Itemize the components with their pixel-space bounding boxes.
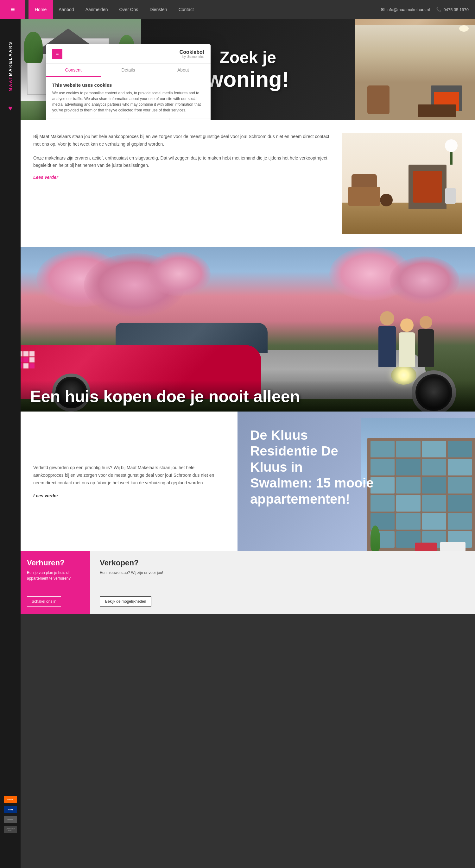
bottom-cards: Verhuren? Ben je van plan je huis of app… [21,551,475,614]
info-right [342,133,462,234]
cookie-toggle-necessary: Necessary [46,118,87,120]
funda-text: funda [7,798,13,801]
info-text1: Bij Maat Makelaars staan jou het hele aa… [33,133,329,148]
cookie-header: ≡ Cookiebot by Usercentrics [46,44,211,64]
kluus-link[interactable]: Lees verder [33,493,225,498]
nav-link-diensten[interactable]: Diensten [144,0,173,19]
sidebar-heart: ♥ [8,104,12,113]
team-headline: Een huis kopen doe je nooit alleen [21,380,475,411]
sidebar: MAATMAKELAARS ♥ funda NVM ▬▬▬ VASTGOEDCE… [0,19,21,868]
hero-text-line1: Zoek je [206,48,289,67]
nav-logo-area: ≡ [0,0,25,19]
person-3 [418,316,434,367]
verhuren-title: Verhuren? [27,558,84,567]
nav-email: ✉ info@maatmakelaars.nl [381,7,430,12]
nav-link-home[interactable]: Home [29,0,53,19]
hero-section: Zoek je woning! [21,19,475,120]
info-text2: Onze makelaars zijn ervaren, actief, ent… [33,154,329,170]
sidebar-brand-top: MAAT [8,76,13,92]
kluus-left: Verliefd geworden op een prachtig huis? … [21,411,237,551]
extra-logo2: VASTGOEDCERT [4,826,17,833]
kluus-right: De Kluus Residentie De Kluus in Swalmen:… [237,411,475,551]
cookie-body: This website uses cookies We use cookies… [46,77,211,118]
cookiebot-brand-main: Cookiebot [180,50,204,55]
funda-logo: funda [4,796,17,803]
cookie-toggle-statistics: Statistics [128,118,170,120]
team-section: MAAT MAKELAARS [21,247,475,411]
nav-link-contact[interactable]: Contact [173,0,200,19]
cookie-title: This website uses cookies [52,82,204,88]
cookie-tab-consent[interactable]: Consent [46,64,101,77]
verkopen-text: Een nieuwe stap? Wij zijn er voor jou! [100,570,466,576]
cookie-tabs: Consent Details About [46,64,211,77]
info-left: Bij Maat Makelaars staan jou het hele aa… [33,133,329,234]
sidebar-brand: MAATMAKELAARS [8,41,13,92]
extra-logo-text: ▬▬▬ [8,818,13,820]
cookie-description: We use cookies to personalise content an… [52,90,204,113]
page-wrapper: MAATMAKELAARS ♥ funda NVM ▬▬▬ VASTGOEDCE… [0,19,475,868]
cookie-site-logo-symbol: ≡ [56,51,59,56]
kluus-building [361,418,475,551]
cookie-tab-details[interactable]: Details [101,64,155,77]
cookie-tab-about[interactable]: About [156,64,211,77]
person-2 [399,318,415,367]
extra-logo: ▬▬▬ [4,816,17,823]
phone-icon: 📞 [436,7,441,12]
hero-room-image [355,19,475,120]
sidebar-brand-bottom: MAKELAARS [8,41,13,76]
team-people [379,311,434,367]
cookiebot-brand: Cookiebot by Usercentrics [180,50,204,59]
cookie-site-logo: ≡ [52,49,62,59]
verkopen-button[interactable]: Bekijk de mogelijkheden [100,596,151,607]
nav-contact: ✉ info@maatmakelaars.nl 📞 0475 35 1970 [381,7,475,12]
bottom-card-verkopen: Verkopen? Een nieuwe stap? Wij zijn er v… [90,551,475,614]
bottom-card-verhuren: Verhuren? Ben je van plan je huis of app… [21,551,90,614]
cookie-toggle-marketing: Marketing [170,118,211,120]
top-nav: ≡ Home Aanbod Aanmelden Over Ons Dienste… [0,0,475,19]
verhuren-text: Ben je van plan je huis of appartement t… [27,570,84,593]
hero-text-container: Zoek je woning! [206,48,289,92]
verhuren-button[interactable]: Schakel ons in [27,596,61,607]
sidebar-logos: funda NVM ▬▬▬ VASTGOEDCERT [4,796,17,843]
nav-phone: 📞 0475 35 1970 [436,7,469,12]
nav-link-over-ons[interactable]: Over Ons [113,0,144,19]
kluus-headline: De Kluus Residentie De Kluus in Swalmen:… [250,427,377,507]
person-1 [379,311,396,367]
nav-links: Home Aanbod Aanmelden Over Ons Diensten … [25,0,381,19]
verkopen-title: Verkopen? [100,558,466,567]
cookie-toggles: Necessary Preferences Statis [46,118,211,120]
email-icon: ✉ [381,7,385,12]
cookie-toggle-preferences: Preferences [87,118,128,120]
info-read-more-link[interactable]: Lees verder [33,175,58,180]
nvm-logo: NVM [4,806,17,813]
team-headline-text: Een huis kopen doe je nooit alleen [30,387,466,406]
extra-logo2-text: VASTGOEDCERT [6,828,14,832]
nav-link-aanmelden[interactable]: Aanmelden [80,0,114,19]
cookie-banner: ≡ Cookiebot by Usercentrics Consent Deta… [46,44,211,120]
nav-link-aanbod[interactable]: Aanbod [53,0,80,19]
kluus-intro-text: Verliefd geworden op een prachtig huis? … [33,464,225,487]
nvm-text: NVM [8,808,13,811]
logo-symbol: ≡ [10,6,15,13]
kluus-section: Verliefd geworden op een prachtig huis? … [21,411,475,551]
cookiebot-brand-sub: by Usercentrics [180,55,204,59]
info-section: Bij Maat Makelaars staan jou het hele aa… [21,120,475,247]
main-content: Zoek je woning! [21,19,475,868]
hero-text-line2: woning! [206,67,289,92]
